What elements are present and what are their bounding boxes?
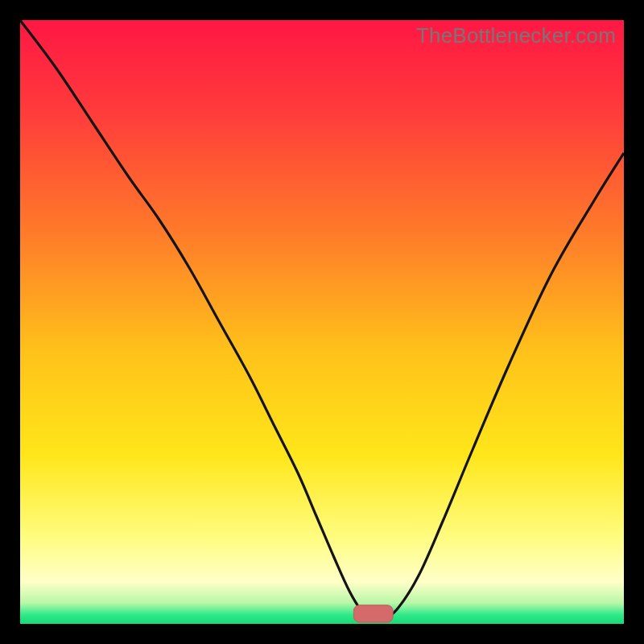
optimal-marker: [353, 605, 393, 622]
chart-frame: TheBottlenecker.com: [20, 20, 624, 624]
bottleneck-plot: [20, 20, 624, 624]
gradient-background: [20, 20, 624, 624]
watermark-text: TheBottlenecker.com: [416, 23, 616, 48]
